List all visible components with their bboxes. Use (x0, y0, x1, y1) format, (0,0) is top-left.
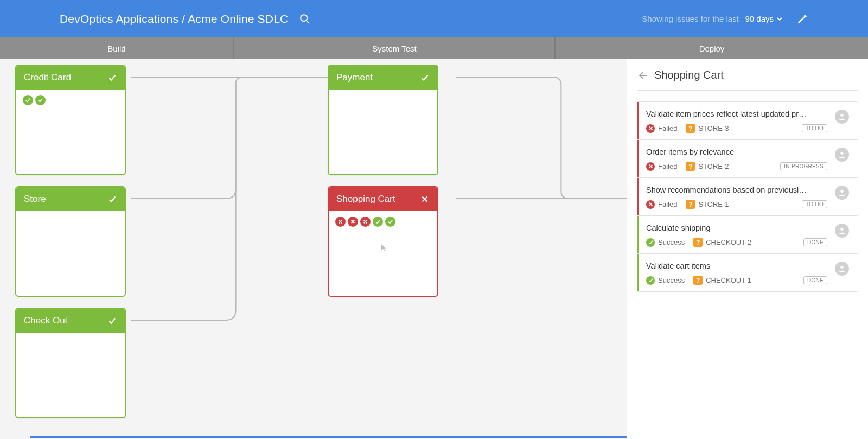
issue-ticket[interactable]: ? CHECKOUT-1 (693, 276, 751, 285)
breadcrumb[interactable]: DevOptics Applications / Acme Online SDL… (60, 12, 288, 26)
card-header: Credit Card (16, 66, 125, 90)
cursor-icon (378, 243, 388, 253)
issue-item[interactable]: Order items by relevance Failed ? STORE-… (637, 140, 858, 178)
tab-deploy[interactable]: Deploy (556, 37, 868, 59)
run-dot-success[interactable] (385, 217, 395, 227)
card-payment[interactable]: Payment (328, 65, 438, 175)
tab-build[interactable]: Build (0, 37, 234, 59)
issue-meta: Success ? CHECKOUT-1 DONE (646, 276, 827, 285)
assignee-avatar[interactable] (835, 110, 849, 124)
breadcrumb-sep: / (178, 12, 188, 25)
chevron-down-icon (777, 16, 782, 22)
ticket-type-icon: ? (686, 162, 695, 171)
issue-item[interactable]: Show recommendations based on previousl…… (637, 178, 858, 216)
run-dot-failed[interactable] (335, 217, 346, 227)
issue-item[interactable]: Calculate shipping Success ? CHECKOUT-2 … (637, 216, 858, 254)
issue-ticket[interactable]: ? STORE-3 (686, 124, 729, 133)
issue-meta: Failed ? STORE-1 TO DO (646, 200, 827, 209)
back-arrow-icon[interactable] (637, 70, 648, 81)
run-dot-success[interactable] (373, 217, 383, 227)
issue-ticket-id: CHECKOUT-1 (706, 276, 751, 284)
edit-icon[interactable] (796, 13, 808, 25)
issue-ticket[interactable]: ? STORE-2 (686, 162, 729, 171)
issue-body: Calculate shipping Success ? CHECKOUT-2 … (646, 224, 827, 247)
issue-body: Validate cart items Success ? CHECKOUT-1… (646, 262, 827, 285)
ticket-type-icon: ? (686, 200, 695, 209)
assignee-avatar[interactable] (835, 224, 849, 238)
main: Credit Card Payment Store (0, 59, 868, 439)
search-icon[interactable] (299, 13, 311, 25)
issue-status: Failed (646, 124, 677, 133)
svg-point-5 (840, 114, 843, 117)
issue-title: Show recommendations based on previousl… (646, 186, 827, 194)
pipeline-canvas[interactable]: Credit Card Payment Store (0, 59, 627, 439)
active-column-indicator (30, 436, 627, 438)
issue-state-chip: TO DO (802, 124, 827, 132)
issue-meta: Failed ? STORE-3 TO DO (646, 124, 827, 133)
tab-build-label: Build (107, 44, 125, 53)
details-panel: Shopping Cart Validate item prices refle… (627, 59, 868, 439)
check-icon (107, 316, 117, 326)
card-credit-card[interactable]: Credit Card (15, 65, 126, 175)
tab-system-test[interactable]: System Test (234, 37, 556, 59)
date-range-selector[interactable]: 90 days (745, 14, 782, 23)
panel-title: Shopping Cart (654, 69, 724, 81)
run-dot-success[interactable] (35, 95, 46, 105)
ticket-type-icon: ? (693, 238, 703, 247)
breadcrumb-app: DevOptics Applications (60, 12, 178, 25)
svg-line-1 (307, 20, 309, 23)
run-dot-failed[interactable] (348, 217, 358, 227)
issue-body: Order items by relevance Failed ? STORE-… (646, 148, 827, 171)
run-dot-failed[interactable] (360, 217, 371, 227)
success-icon (646, 276, 655, 285)
issue-state-chip: DONE (803, 276, 827, 284)
issue-ticket-id: STORE-1 (698, 200, 729, 208)
issue-status: Success (646, 238, 685, 247)
issue-status-text: Failed (658, 162, 677, 170)
close-icon (420, 194, 430, 204)
breadcrumb-project: Acme Online SDLC (188, 12, 288, 25)
svg-point-0 (301, 15, 308, 21)
failed-icon (646, 200, 655, 209)
card-shopping-cart[interactable]: Shopping Cart (328, 186, 438, 297)
issue-title: Validate item prices reflect latest upda… (646, 110, 827, 118)
issue-item[interactable]: Validate item prices reflect latest upda… (637, 102, 858, 140)
assignee-avatar[interactable] (835, 186, 849, 200)
card-title: Payment (336, 72, 373, 83)
card-body (16, 211, 125, 297)
card-header: Check Out (16, 309, 125, 333)
app-header: DevOptics Applications / Acme Online SDL… (0, 0, 868, 37)
ticket-type-icon: ? (686, 124, 695, 133)
check-icon (420, 73, 430, 82)
issue-status-text: Failed (658, 200, 677, 208)
card-title: Credit Card (24, 72, 71, 83)
issue-meta: Success ? CHECKOUT-2 DONE (646, 238, 827, 247)
tab-system-test-label: System Test (372, 44, 416, 53)
issue-ticket[interactable]: ? CHECKOUT-2 (693, 238, 751, 247)
issue-state-chip: IN PROGRESS (780, 162, 827, 170)
issue-status-text: Success (658, 238, 685, 246)
panel-header: Shopping Cart (637, 69, 858, 91)
failed-icon (646, 124, 655, 133)
card-title: Store (24, 194, 46, 205)
issue-status: Failed (646, 200, 677, 209)
issue-ticket[interactable]: ? STORE-1 (686, 200, 729, 209)
assignee-avatar[interactable] (835, 148, 849, 162)
check-icon (107, 194, 117, 204)
issue-ticket-id: STORE-2 (698, 162, 729, 170)
card-body (16, 333, 125, 418)
issue-status: Success (646, 276, 685, 285)
header-left: DevOptics Applications / Acme Online SDL… (60, 12, 311, 26)
card-check-out[interactable]: Check Out (15, 308, 126, 418)
tab-deploy-label: Deploy (699, 44, 725, 53)
showing-issues-text: Showing issues for the last (642, 14, 738, 23)
card-store[interactable]: Store (15, 186, 126, 297)
card-header: Payment (329, 66, 437, 90)
issue-status-text: Failed (658, 124, 677, 132)
issue-ticket-id: CHECKOUT-2 (706, 238, 751, 246)
issue-ticket-id: STORE-3 (698, 124, 729, 132)
issue-body: Validate item prices reflect latest upda… (646, 110, 827, 133)
run-dot-success[interactable] (23, 95, 33, 105)
assignee-avatar[interactable] (835, 262, 849, 276)
issue-item[interactable]: Validate cart items Success ? CHECKOUT-1… (637, 254, 858, 291)
